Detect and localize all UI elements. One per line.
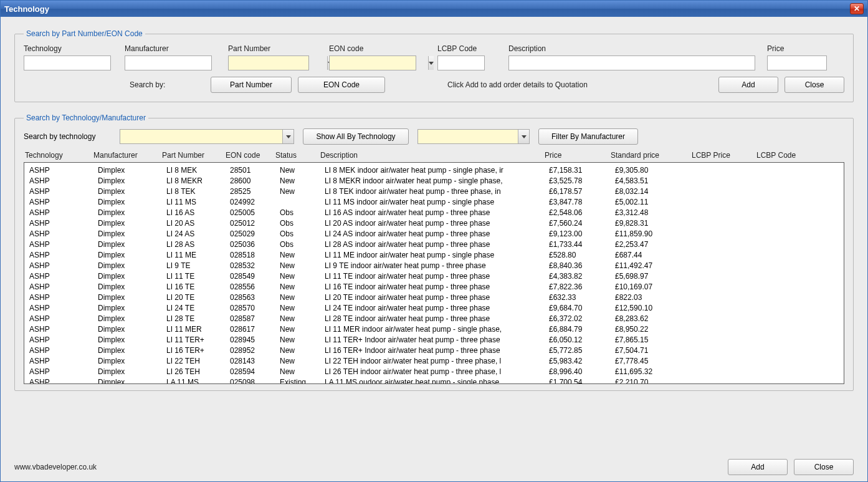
chevron-down-icon[interactable] (282, 130, 293, 143)
chevron-down-icon[interactable] (428, 56, 434, 70)
cell-standard-price: £7,504.71 (615, 345, 696, 356)
cell-part-number: LI 22 TEH (166, 356, 230, 367)
cell-eon-code: 28525 (230, 186, 280, 197)
table-row[interactable]: ASHPDimplexLI 11 MS024992LI 11 MS indoor… (29, 197, 844, 208)
footer-close-button[interactable]: Close (794, 459, 854, 475)
col-status: Status (275, 151, 320, 160)
manufacturer-combo[interactable] (417, 129, 530, 144)
table-row[interactable]: ASHPDimplexLI 26 TEH028594NewLI 26 TEH i… (29, 367, 844, 377)
cell-description: LI 20 AS indoor air/water heat pump - th… (325, 218, 549, 229)
footer-add-button[interactable]: Add (728, 459, 788, 475)
description-input[interactable] (508, 55, 755, 70)
manufacturer-input[interactable] (125, 55, 212, 70)
eon-code-button[interactable]: EON Code (298, 77, 385, 93)
table-row[interactable]: ASHPDimplexLI 24 AS025029ObsLI 24 AS ind… (29, 229, 844, 239)
cell-status: Obs (280, 208, 325, 218)
part-number-button[interactable]: Part Number (211, 77, 292, 93)
cell-lcbp-code (761, 356, 823, 367)
table-row[interactable]: ASHPDimplexLI 28 AS025036ObsLI 28 AS ind… (29, 239, 844, 250)
technology-combo-input[interactable] (120, 130, 282, 143)
table-row[interactable]: ASHPDimplexLI 20 AS025012ObsLI 20 AS ind… (29, 218, 844, 229)
table-row[interactable]: ASHPDimplexLI 24 TE028570NewLI 24 TE ind… (29, 303, 844, 314)
table-row[interactable]: ASHPDimplexLI 16 TE028556NewLI 16 TE ind… (29, 282, 844, 292)
cell-part-number: LI 9 TE (166, 261, 230, 271)
cell-status: Obs (280, 229, 325, 239)
cell-lcbp-price (696, 208, 761, 218)
filter-by-manufacturer-button[interactable]: Filter By Manufacturer (538, 128, 638, 145)
cell-lcbp-code (761, 165, 823, 176)
table-row[interactable]: ASHPDimplexLA 11 MS025098ExistingLA 11 M… (29, 377, 844, 384)
label-price: Price (767, 44, 836, 53)
table-row[interactable]: ASHPDimplexLI 22 TEH028143NewLI 22 TEH i… (29, 356, 844, 367)
table-row[interactable]: ASHPDimplexLI 16 AS025005ObsLI 16 AS ind… (29, 208, 844, 218)
cell-lcbp-code (761, 314, 823, 324)
cell-price: £528.80 (549, 250, 615, 261)
table-row[interactable]: ASHPDimplexLI 11 ME028518NewLI 11 ME ind… (29, 250, 844, 261)
cell-manufacturer: Dimplex (98, 218, 166, 229)
cell-technology: ASHP (29, 186, 98, 197)
table-row[interactable]: ASHPDimplexLI 8 TEK28525NewLI 8 TEK indo… (29, 186, 844, 197)
cell-technology: ASHP (29, 303, 98, 314)
cell-price: £8,840.36 (549, 261, 615, 271)
chevron-down-icon[interactable] (518, 130, 529, 143)
cell-lcbp-price (696, 165, 761, 176)
table-row[interactable]: ASHPDimplexLI 11 MER028617NewLI 11 MER i… (29, 324, 844, 335)
table-row[interactable]: ASHPDimplexLI 11 TE028549NewLI 11 TE ind… (29, 271, 844, 282)
cell-technology: ASHP (29, 271, 98, 282)
technology-combo[interactable] (120, 129, 294, 144)
technology-input[interactable] (24, 55, 111, 70)
cell-manufacturer: Dimplex (98, 197, 166, 208)
cell-standard-price: £11,695.32 (615, 367, 696, 377)
cell-description: LI 16 TER+ Indoor air/water heat pump - … (325, 345, 549, 356)
cell-price: £5,772.85 (549, 345, 615, 356)
price-input[interactable] (767, 55, 827, 70)
lcbp-code-input[interactable] (437, 55, 485, 70)
table-row[interactable]: ASHPDimplexLI 8 MEK28501NewLI 8 MEK indo… (29, 165, 844, 176)
cell-manufacturer: Dimplex (98, 229, 166, 239)
add-button[interactable]: Add (718, 77, 778, 93)
table-row[interactable]: ASHPDimplexLI 16 TER+028952NewLI 16 TER+… (29, 345, 844, 356)
cell-standard-price: £9,305.80 (615, 165, 696, 176)
cell-eon-code: 028518 (230, 250, 280, 261)
cell-description: LI 11 MS indoor air/water heat pump - si… (325, 197, 549, 208)
results-header: Technology Manufacturer Part Number EON … (25, 151, 844, 160)
cell-eon-code: 025012 (230, 218, 280, 229)
cell-status: New (280, 356, 325, 367)
cell-part-number: LI 16 TER+ (166, 345, 230, 356)
window-title: Technology (4, 4, 850, 14)
manufacturer-combo-input[interactable] (418, 130, 518, 143)
cell-price: £6,372.02 (549, 314, 615, 324)
search-by-technology-group: Search by Technology/Manufacturer Search… (14, 113, 854, 391)
cell-lcbp-code (761, 186, 823, 197)
part-number-combo[interactable] (228, 55, 309, 70)
eon-code-combo[interactable] (329, 55, 416, 70)
cell-lcbp-price (696, 356, 761, 367)
search-by-label: Search by: (130, 80, 204, 89)
table-row[interactable]: ASHPDimplexLI 11 TER+028945NewLI 11 TER+… (29, 335, 844, 345)
cell-part-number: LI 11 MER (166, 324, 230, 335)
eon-code-combo-input[interactable] (330, 56, 428, 70)
cell-standard-price: £8,283.62 (615, 314, 696, 324)
cell-manufacturer: Dimplex (98, 335, 166, 345)
cell-eon-code: 028549 (230, 271, 280, 282)
results-listbox[interactable]: ASHPDimplexLI 8 MEK28501NewLI 8 MEK indo… (24, 162, 844, 384)
cell-part-number: LI 8 MEK (166, 165, 230, 176)
part-number-combo-input[interactable] (229, 56, 327, 70)
label-lcbp-code: LCBP Code (437, 44, 500, 53)
cell-eon-code: 028532 (230, 261, 280, 271)
cell-manufacturer: Dimplex (98, 303, 166, 314)
window-close-button[interactable]: ✕ (850, 3, 864, 14)
cell-lcbp-code (761, 261, 823, 271)
close-button[interactable]: Close (785, 77, 844, 93)
table-row[interactable]: ASHPDimplexLI 20 TE028563NewLI 20 TE ind… (29, 292, 844, 303)
cell-lcbp-price (696, 292, 761, 303)
table-row[interactable]: ASHPDimplexLI 28 TE028587NewLI 28 TE ind… (29, 314, 844, 324)
cell-lcbp-price (696, 367, 761, 377)
table-row[interactable]: ASHPDimplexLI 8 MEKR28600NewLI 8 MEKR in… (29, 176, 844, 186)
show-all-by-technology-button[interactable]: Show All By Technology (303, 128, 409, 145)
cell-technology: ASHP (29, 208, 98, 218)
cell-technology: ASHP (29, 250, 98, 261)
cell-eon-code: 024992 (230, 197, 280, 208)
table-row[interactable]: ASHPDimplexLI 9 TE028532NewLI 9 TE indoo… (29, 261, 844, 271)
cell-status: New (280, 250, 325, 261)
